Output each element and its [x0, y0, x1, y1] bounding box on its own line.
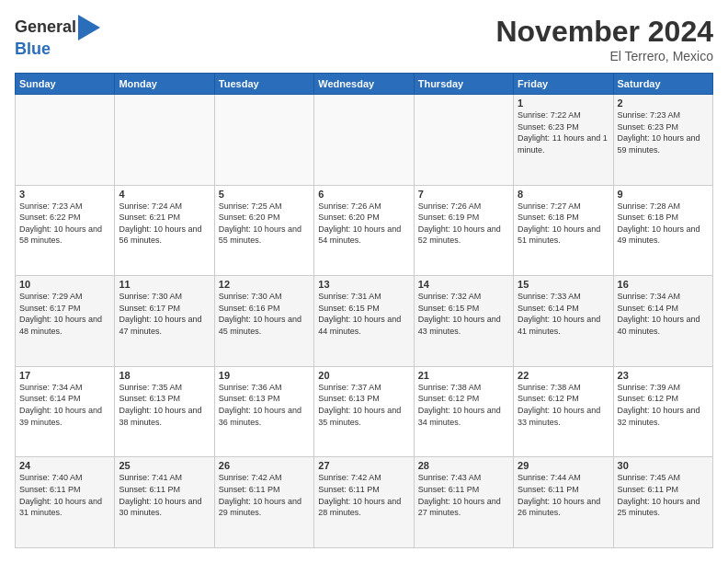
- day-number: 6: [318, 189, 409, 200]
- calendar-cell: 18Sunrise: 7:35 AM Sunset: 6:13 PM Dayli…: [115, 366, 214, 457]
- day-number: 15: [518, 279, 609, 290]
- calendar-table: Sunday Monday Tuesday Wednesday Thursday…: [15, 73, 713, 548]
- calendar-cell: 2Sunrise: 7:23 AM Sunset: 6:23 PM Daylig…: [613, 95, 712, 186]
- calendar-cell: 9Sunrise: 7:28 AM Sunset: 6:18 PM Daylig…: [613, 185, 712, 276]
- day-info: Sunrise: 7:33 AM Sunset: 6:14 PM Dayligh…: [518, 291, 609, 337]
- day-info: Sunrise: 7:34 AM Sunset: 6:14 PM Dayligh…: [618, 291, 709, 337]
- calendar-cell: 27Sunrise: 7:42 AM Sunset: 6:11 PM Dayli…: [314, 457, 414, 548]
- calendar-cell: 29Sunrise: 7:44 AM Sunset: 6:11 PM Dayli…: [514, 457, 613, 548]
- calendar-cell: 7Sunrise: 7:26 AM Sunset: 6:19 PM Daylig…: [414, 185, 513, 276]
- day-info: Sunrise: 7:40 AM Sunset: 6:11 PM Dayligh…: [19, 472, 110, 518]
- calendar-cell: 17Sunrise: 7:34 AM Sunset: 6:14 PM Dayli…: [16, 366, 115, 457]
- day-info: Sunrise: 7:34 AM Sunset: 6:14 PM Dayligh…: [19, 382, 110, 428]
- day-info: Sunrise: 7:38 AM Sunset: 6:12 PM Dayligh…: [418, 382, 509, 428]
- calendar-cell: 12Sunrise: 7:30 AM Sunset: 6:16 PM Dayli…: [214, 276, 313, 367]
- logo-text: General Blue: [15, 15, 100, 59]
- calendar-cell: [214, 95, 313, 186]
- calendar-cell: 1Sunrise: 7:22 AM Sunset: 6:23 PM Daylig…: [514, 95, 613, 186]
- day-number: 29: [518, 460, 609, 471]
- day-info: Sunrise: 7:35 AM Sunset: 6:13 PM Dayligh…: [119, 382, 210, 428]
- calendar-cell: [16, 95, 115, 186]
- header-monday: Monday: [115, 74, 214, 95]
- header-thursday: Thursday: [414, 74, 513, 95]
- header: General Blue November 2024 El Terrero, M…: [15, 15, 713, 63]
- day-info: Sunrise: 7:43 AM Sunset: 6:11 PM Dayligh…: [418, 472, 509, 518]
- logo-blue: Blue: [15, 40, 100, 59]
- day-number: 26: [219, 460, 310, 471]
- day-info: Sunrise: 7:31 AM Sunset: 6:15 PM Dayligh…: [318, 291, 409, 337]
- day-info: Sunrise: 7:24 AM Sunset: 6:21 PM Dayligh…: [119, 201, 210, 247]
- day-number: 20: [318, 370, 409, 381]
- day-info: Sunrise: 7:30 AM Sunset: 6:17 PM Dayligh…: [119, 291, 210, 337]
- day-number: 11: [119, 279, 210, 290]
- day-info: Sunrise: 7:44 AM Sunset: 6:11 PM Dayligh…: [518, 472, 609, 518]
- week-row-3: 17Sunrise: 7:34 AM Sunset: 6:14 PM Dayli…: [16, 366, 713, 457]
- day-number: 19: [219, 370, 310, 381]
- day-number: 27: [318, 460, 409, 471]
- calendar-cell: 11Sunrise: 7:30 AM Sunset: 6:17 PM Dayli…: [115, 276, 214, 367]
- day-number: 14: [418, 279, 509, 290]
- day-number: 5: [219, 189, 310, 200]
- day-number: 30: [618, 460, 709, 471]
- calendar-header-row: Sunday Monday Tuesday Wednesday Thursday…: [16, 74, 713, 95]
- day-info: Sunrise: 7:39 AM Sunset: 6:12 PM Dayligh…: [618, 382, 709, 428]
- day-info: Sunrise: 7:27 AM Sunset: 6:18 PM Dayligh…: [518, 201, 609, 247]
- day-number: 3: [19, 189, 110, 200]
- day-number: 18: [119, 370, 210, 381]
- calendar-cell: 16Sunrise: 7:34 AM Sunset: 6:14 PM Dayli…: [613, 276, 712, 367]
- calendar-cell: [115, 95, 214, 186]
- calendar-cell: 8Sunrise: 7:27 AM Sunset: 6:18 PM Daylig…: [514, 185, 613, 276]
- calendar-cell: 6Sunrise: 7:26 AM Sunset: 6:20 PM Daylig…: [314, 185, 414, 276]
- day-number: 21: [418, 370, 509, 381]
- calendar-cell: 3Sunrise: 7:23 AM Sunset: 6:22 PM Daylig…: [16, 185, 115, 276]
- logo: General Blue: [15, 15, 100, 59]
- day-info: Sunrise: 7:37 AM Sunset: 6:13 PM Dayligh…: [318, 382, 409, 428]
- day-info: Sunrise: 7:26 AM Sunset: 6:20 PM Dayligh…: [318, 201, 409, 247]
- logo-icon: [78, 15, 100, 40]
- logo-general: General: [15, 18, 76, 37]
- day-number: 9: [618, 189, 709, 200]
- day-number: 23: [618, 370, 709, 381]
- day-number: 2: [618, 98, 709, 109]
- day-info: Sunrise: 7:38 AM Sunset: 6:12 PM Dayligh…: [518, 382, 609, 428]
- calendar-cell: 21Sunrise: 7:38 AM Sunset: 6:12 PM Dayli…: [414, 366, 513, 457]
- svg-marker-0: [78, 15, 100, 40]
- week-row-2: 10Sunrise: 7:29 AM Sunset: 6:17 PM Dayli…: [16, 276, 713, 367]
- day-number: 25: [119, 460, 210, 471]
- day-number: 28: [418, 460, 509, 471]
- day-info: Sunrise: 7:30 AM Sunset: 6:16 PM Dayligh…: [219, 291, 310, 337]
- calendar-cell: [314, 95, 414, 186]
- day-info: Sunrise: 7:41 AM Sunset: 6:11 PM Dayligh…: [119, 472, 210, 518]
- day-info: Sunrise: 7:23 AM Sunset: 6:23 PM Dayligh…: [618, 109, 709, 155]
- day-info: Sunrise: 7:26 AM Sunset: 6:19 PM Dayligh…: [418, 201, 509, 247]
- calendar-cell: 20Sunrise: 7:37 AM Sunset: 6:13 PM Dayli…: [314, 366, 414, 457]
- day-info: Sunrise: 7:28 AM Sunset: 6:18 PM Dayligh…: [618, 201, 709, 247]
- day-number: 22: [518, 370, 609, 381]
- title-area: November 2024 El Terrero, Mexico: [495, 15, 713, 63]
- day-info: Sunrise: 7:25 AM Sunset: 6:20 PM Dayligh…: [219, 201, 310, 247]
- day-number: 4: [119, 189, 210, 200]
- page: General Blue November 2024 El Terrero, M…: [0, 0, 728, 563]
- day-number: 13: [318, 279, 409, 290]
- day-number: 10: [19, 279, 110, 290]
- calendar-cell: 25Sunrise: 7:41 AM Sunset: 6:11 PM Dayli…: [115, 457, 214, 548]
- day-info: Sunrise: 7:45 AM Sunset: 6:11 PM Dayligh…: [618, 472, 709, 518]
- day-number: 7: [418, 189, 509, 200]
- day-number: 1: [518, 98, 609, 109]
- calendar-cell: 23Sunrise: 7:39 AM Sunset: 6:12 PM Dayli…: [613, 366, 712, 457]
- calendar-cell: 30Sunrise: 7:45 AM Sunset: 6:11 PM Dayli…: [613, 457, 712, 548]
- week-row-1: 3Sunrise: 7:23 AM Sunset: 6:22 PM Daylig…: [16, 185, 713, 276]
- day-info: Sunrise: 7:22 AM Sunset: 6:23 PM Dayligh…: [518, 109, 609, 155]
- header-saturday: Saturday: [613, 74, 712, 95]
- day-number: 8: [518, 189, 609, 200]
- calendar-cell: 24Sunrise: 7:40 AM Sunset: 6:11 PM Dayli…: [16, 457, 115, 548]
- calendar-cell: 10Sunrise: 7:29 AM Sunset: 6:17 PM Dayli…: [16, 276, 115, 367]
- calendar-cell: 19Sunrise: 7:36 AM Sunset: 6:13 PM Dayli…: [214, 366, 313, 457]
- calendar-cell: 15Sunrise: 7:33 AM Sunset: 6:14 PM Dayli…: [514, 276, 613, 367]
- day-info: Sunrise: 7:42 AM Sunset: 6:11 PM Dayligh…: [219, 472, 310, 518]
- day-number: 24: [19, 460, 110, 471]
- month-title: November 2024: [495, 15, 713, 49]
- day-info: Sunrise: 7:32 AM Sunset: 6:15 PM Dayligh…: [418, 291, 509, 337]
- header-friday: Friday: [514, 74, 613, 95]
- calendar-cell: 26Sunrise: 7:42 AM Sunset: 6:11 PM Dayli…: [214, 457, 313, 548]
